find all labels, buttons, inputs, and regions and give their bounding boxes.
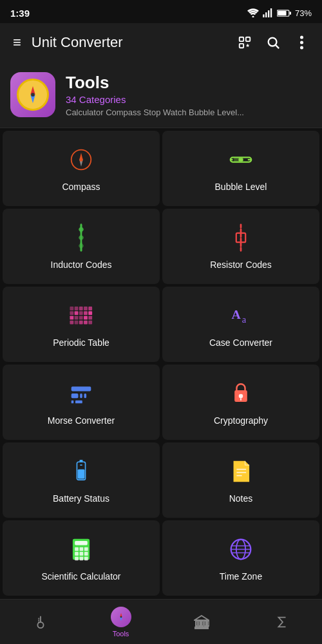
svg-rect-51	[70, 320, 73, 324]
svg-point-18	[31, 93, 35, 97]
grid-item-periodic-table[interactable]: Periodic Table	[3, 287, 160, 362]
header-title: Tools	[66, 73, 244, 93]
svg-rect-39	[84, 307, 88, 310]
bubble-level-label: Bubble Level	[215, 182, 267, 192]
scientific-calculator-label: Scientific Calculator	[42, 571, 121, 582]
svg-rect-1	[263, 14, 264, 17]
svg-rect-58	[71, 386, 91, 391]
svg-rect-76	[75, 540, 88, 545]
svg-rect-44	[84, 311, 88, 315]
grid-item-case-converter[interactable]: A a Case Converter	[162, 287, 319, 362]
grid-item-bubble-level[interactable]: Bubble Level	[162, 131, 319, 206]
grid-item-battery-status[interactable]: Battery Status	[3, 442, 160, 518]
grid-item-morse-converter[interactable]: Morse Converter	[3, 365, 160, 440]
inductor-codes-label: Inductor Codes	[51, 260, 112, 270]
svg-point-96	[120, 616, 122, 618]
nav-tools[interactable]: Tools	[80, 600, 161, 644]
battery-status-label: Battery Status	[53, 493, 109, 504]
svg-rect-77	[75, 547, 79, 551]
svg-line-32	[77, 242, 86, 251]
wifi-icon	[247, 8, 259, 17]
grid-item-resistor-codes[interactable]: Resistor Codes	[162, 209, 319, 284]
grid-item-compass[interactable]: Compass	[3, 131, 160, 206]
app-bar-icons	[232, 30, 314, 55]
grid-star-button[interactable]	[232, 30, 258, 55]
grid-item-scientific-calculator[interactable]: Scientific Calculator	[3, 520, 160, 596]
svg-rect-9	[246, 37, 250, 41]
periodic-table-label: Periodic Table	[53, 337, 109, 348]
svg-rect-78	[80, 547, 84, 551]
grid-item-time-zone[interactable]: Time Zone	[162, 520, 319, 596]
svg-rect-54	[84, 320, 88, 324]
more-button[interactable]	[289, 30, 314, 55]
compass-icon-circle	[17, 79, 49, 111]
compass-needle-icon	[21, 82, 45, 107]
svg-rect-42	[75, 311, 79, 315]
battery-percent: 73%	[295, 8, 312, 18]
svg-rect-38	[79, 307, 83, 310]
periodic-table-icon	[70, 304, 93, 331]
svg-rect-80	[75, 552, 79, 556]
svg-line-34	[228, 224, 254, 251]
nav-sigma[interactable]	[242, 600, 322, 644]
grid-item-cryptography[interactable]: Cryptography	[162, 365, 319, 440]
status-bar: 1:39 73%	[0, 0, 322, 23]
grid-item-notes[interactable]: Notes	[162, 442, 319, 518]
search-button[interactable]	[260, 30, 286, 55]
svg-point-65	[239, 393, 243, 398]
svg-rect-47	[75, 316, 79, 319]
time-zone-label: Time Zone	[220, 571, 262, 582]
svg-rect-43	[79, 311, 83, 315]
signal-icon	[263, 8, 273, 17]
svg-rect-52	[75, 320, 79, 324]
svg-point-13	[300, 36, 303, 39]
compass-icon	[70, 148, 93, 175]
svg-rect-46	[70, 316, 73, 319]
svg-text:A: A	[232, 307, 242, 321]
svg-point-22	[79, 158, 82, 161]
app-title: Unit Converter	[32, 34, 232, 51]
svg-rect-70	[78, 469, 85, 478]
svg-rect-49	[84, 316, 88, 319]
svg-rect-60	[80, 393, 82, 398]
svg-point-11	[269, 38, 277, 46]
status-icons: 73%	[247, 8, 312, 18]
svg-rect-69	[80, 460, 83, 462]
svg-rect-101	[204, 621, 206, 626]
header-text: Tools 34 Categories Calculator Compass S…	[66, 73, 244, 117]
time-zone-icon	[229, 538, 252, 565]
scientific-calculator-icon	[70, 538, 93, 565]
bubble-level-icon	[229, 148, 252, 175]
svg-rect-102	[207, 621, 209, 626]
svg-rect-62	[71, 400, 74, 403]
svg-rect-25	[238, 158, 243, 161]
tools-icon-wrapper	[10, 72, 55, 117]
tools-grid: Compass Bubble Level Inductor Codes Resi…	[0, 128, 322, 598]
inductor-codes-icon	[70, 226, 93, 253]
nav-thermometer[interactable]	[0, 600, 80, 644]
case-converter-label: Case Converter	[209, 337, 272, 348]
svg-rect-7	[278, 10, 286, 15]
svg-rect-79	[84, 547, 88, 551]
svg-rect-45	[88, 311, 92, 315]
compass-label: Compass	[62, 182, 100, 192]
svg-point-15	[300, 46, 303, 50]
svg-rect-82	[84, 552, 88, 556]
menu-button[interactable]: ≡	[8, 29, 26, 56]
svg-rect-4	[270, 8, 272, 17]
header-description: Calculator Compass Stop Watch Bubble Lev…	[66, 108, 244, 117]
svg-rect-36	[70, 307, 73, 310]
svg-rect-83	[75, 556, 79, 560]
svg-line-12	[276, 45, 279, 48]
svg-rect-81	[80, 552, 84, 556]
svg-point-14	[300, 41, 303, 44]
notes-icon	[229, 460, 252, 487]
grid-item-inductor-codes[interactable]: Inductor Codes	[3, 209, 160, 284]
morse-converter-icon	[70, 382, 93, 409]
battery-status-icon	[70, 460, 93, 487]
svg-line-33	[77, 224, 86, 232]
nav-bank[interactable]	[161, 600, 242, 644]
svg-rect-61	[84, 393, 87, 398]
svg-point-0	[252, 16, 254, 18]
header-subtitle: 34 Categories	[66, 94, 244, 105]
